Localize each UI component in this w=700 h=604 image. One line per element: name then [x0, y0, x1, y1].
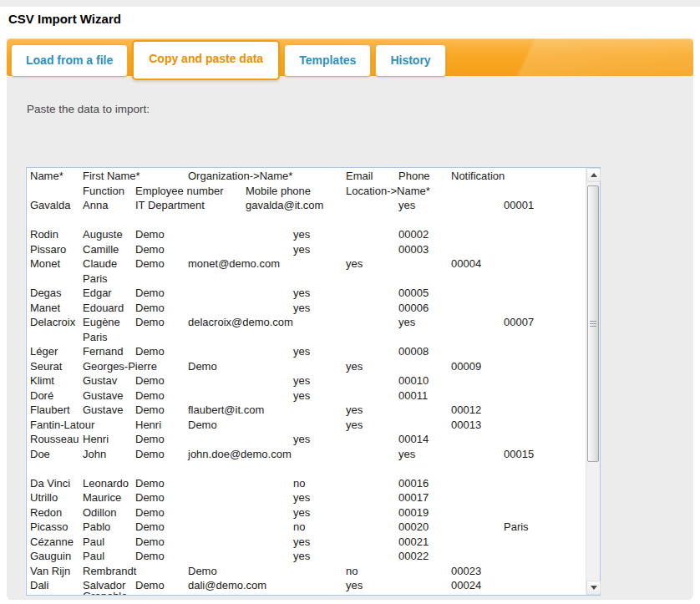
- csv-cell: Seurat: [30, 360, 62, 373]
- csv-cell: Demo: [135, 243, 165, 256]
- csv-cell: Henri: [135, 419, 161, 431]
- paste-data-textarea[interactable]: Name*First Name*Organization->Name*Email…: [26, 167, 601, 596]
- csv-cell: Maurice: [83, 491, 121, 504]
- csv-cell: no: [293, 520, 305, 533]
- csv-cell: 00011: [398, 389, 428, 402]
- csv-cell: 00005: [398, 287, 429, 299]
- csv-cell: yes: [293, 550, 310, 562]
- csv-cell: Georges-Pierre: [83, 360, 157, 373]
- csv-cell: yes: [293, 491, 310, 504]
- tab-copy-and-paste-data[interactable]: Copy and paste data: [132, 40, 280, 80]
- csv-cell: Henri: [83, 433, 109, 445]
- csv-cell: Cézanne: [30, 535, 74, 548]
- csv-cell: yes: [293, 433, 310, 445]
- csv-cell: Manet: [30, 302, 60, 314]
- csv-cell: gavalda@it.com: [246, 199, 323, 211]
- csv-cell: Klimt: [30, 374, 54, 387]
- csv-cell: Demo: [135, 579, 165, 591]
- csv-cell: 00019: [398, 506, 429, 519]
- csv-cell: Doe: [30, 448, 50, 460]
- csv-cell: Notification: [451, 170, 505, 182]
- csv-cell: Redon: [30, 506, 62, 519]
- csv-cell: 00004: [451, 257, 481, 270]
- csv-cell: 00006: [398, 302, 429, 314]
- csv-cell: Demo: [135, 404, 165, 416]
- csv-cell: Employee number: [135, 185, 224, 197]
- csv-cell: Demo: [135, 433, 165, 445]
- csv-cell: Dali: [30, 579, 48, 591]
- csv-cell: Demo: [135, 506, 165, 519]
- csv-cell: Demo: [188, 419, 217, 431]
- csv-cell: 00003: [398, 243, 429, 256]
- csv-cell: dali@demo.com: [188, 579, 266, 591]
- csv-cell: Leonardo: [83, 477, 129, 490]
- paste-instruction-label: Paste the data to import:: [27, 103, 150, 115]
- csv-cell: yes: [293, 287, 310, 299]
- csv-cell: Demo: [135, 345, 165, 358]
- csv-cell: yes: [293, 302, 310, 314]
- csv-cell: yes: [293, 506, 310, 519]
- csv-cell: 00020: [398, 520, 429, 533]
- csv-cell: yes: [293, 374, 310, 387]
- csv-cell: yes: [398, 316, 415, 328]
- csv-cell: Doré: [30, 389, 53, 402]
- csv-cell: yes: [346, 579, 363, 591]
- csv-cell: Paris: [504, 520, 529, 533]
- csv-cell: Utrillo: [30, 491, 58, 504]
- csv-cell: 00007: [504, 316, 534, 328]
- csv-cell: Demo: [135, 287, 165, 299]
- scroll-up-button[interactable]: [586, 168, 601, 182]
- csv-cell: Demo: [135, 448, 165, 460]
- csv-cell: Grenoble: [83, 590, 127, 595]
- scrollbar-thumb[interactable]: [587, 185, 599, 462]
- csv-cell: 00010: [398, 374, 429, 387]
- csv-cell: yes: [293, 345, 310, 358]
- tab-history[interactable]: History: [375, 44, 445, 77]
- csv-cell: 00014: [398, 433, 429, 445]
- scroll-down-button[interactable]: [586, 581, 601, 595]
- csv-cell: Gustave: [83, 404, 123, 416]
- csv-cell: John: [83, 448, 106, 460]
- csv-cell: Mobile phone: [246, 185, 311, 197]
- csv-cell: Van Rijn: [30, 565, 70, 577]
- csv-cell: Auguste: [83, 228, 123, 241]
- window-top-strip: [0, 0, 700, 7]
- csv-cell: Camille: [83, 243, 119, 256]
- vertical-scrollbar[interactable]: [586, 168, 600, 595]
- csv-cell: Function: [83, 185, 124, 197]
- csv-cell: yes: [346, 360, 363, 373]
- csv-cell: Edouard: [83, 302, 124, 314]
- csv-cell: yes: [293, 535, 310, 548]
- scroll-down-icon: [591, 586, 597, 590]
- csv-cell: yes: [293, 389, 310, 402]
- tab-load-from-a-file[interactable]: Load from a file: [11, 44, 128, 77]
- csv-cell: Rodin: [30, 228, 58, 241]
- csv-cell: Organization->Name*: [188, 170, 292, 182]
- csv-cell: Rembrandt: [83, 565, 136, 577]
- csv-cell: Gauguin: [30, 550, 71, 562]
- csv-cell: yes: [398, 199, 415, 211]
- csv-cell: First Name*: [83, 170, 140, 182]
- csv-cell: 00021: [398, 535, 429, 548]
- csv-cell: yes: [346, 404, 363, 416]
- csv-cell: 00015: [504, 448, 534, 460]
- csv-cell: 00001: [504, 199, 534, 211]
- csv-cell: Fernand: [83, 345, 123, 358]
- csv-cell: yes: [346, 419, 363, 431]
- csv-cell: yes: [293, 243, 310, 256]
- csv-cell: Paul: [83, 535, 104, 548]
- pasted-csv-text[interactable]: Name*First Name*Organization->Name*Email…: [27, 168, 586, 595]
- csv-cell: Anna: [83, 199, 108, 211]
- csv-cell: yes: [293, 228, 310, 241]
- csv-cell: no: [346, 565, 358, 577]
- csv-cell: 00002: [398, 228, 429, 241]
- csv-cell: Name*: [30, 170, 63, 182]
- csv-import-panel: Load from a fileCopy and paste dataTempl…: [7, 38, 693, 600]
- csv-cell: monet@demo.com: [188, 257, 280, 270]
- csv-cell: Monet: [30, 257, 60, 270]
- csv-cell: 00008: [398, 345, 429, 358]
- csv-cell: Paris: [83, 272, 108, 285]
- tab-templates[interactable]: Templates: [284, 44, 371, 77]
- csv-cell: yes: [346, 257, 363, 270]
- csv-cell: Fantin-Latour: [30, 419, 94, 431]
